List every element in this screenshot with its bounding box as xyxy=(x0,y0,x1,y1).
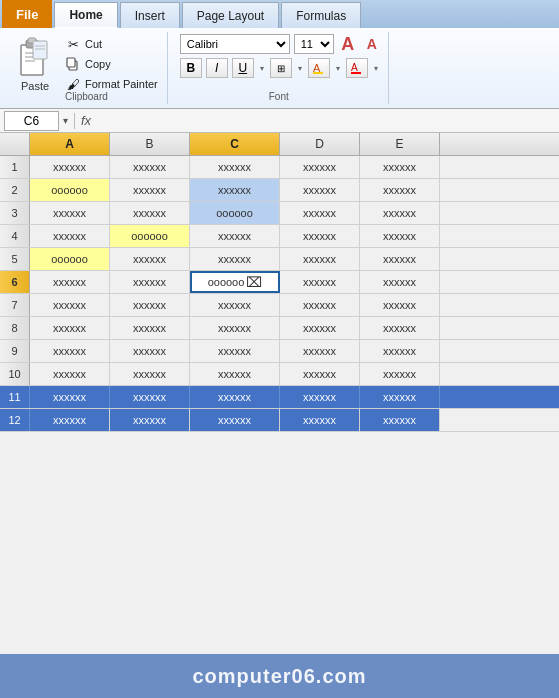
ribbon-tabs: File Home Insert Page Layout Formulas xyxy=(0,0,559,28)
cell-b3[interactable]: xxxxxx xyxy=(110,202,190,224)
cell-a7[interactable]: xxxxxx xyxy=(30,294,110,316)
grow-font-button[interactable]: A xyxy=(338,34,358,54)
cell-d4[interactable]: xxxxxx xyxy=(280,225,360,247)
cell-d2[interactable]: xxxxxx xyxy=(280,179,360,201)
cell-b7[interactable]: xxxxxx xyxy=(110,294,190,316)
cell-e11[interactable]: xxxxxx xyxy=(360,386,440,408)
col-header-c[interactable]: C xyxy=(190,133,280,155)
cell-ref-dropdown[interactable]: ▾ xyxy=(63,115,68,126)
cell-d3[interactable]: xxxxxx xyxy=(280,202,360,224)
cell-a10[interactable]: xxxxxx xyxy=(30,363,110,385)
cell-a5[interactable]: oooooo xyxy=(30,248,110,270)
col-header-d[interactable]: D xyxy=(280,133,360,155)
cell-e7[interactable]: xxxxxx xyxy=(360,294,440,316)
cell-d6[interactable]: xxxxxx xyxy=(280,271,360,293)
cell-c2[interactable]: xxxxxx xyxy=(190,179,280,201)
cell-b8[interactable]: xxxxxx xyxy=(110,317,190,339)
cell-d12[interactable]: xxxxxx xyxy=(280,409,360,431)
cell-b6[interactable]: xxxxxx xyxy=(110,271,190,293)
tab-home[interactable]: Home xyxy=(54,2,117,28)
cell-c9[interactable]: xxxxxx xyxy=(190,340,280,362)
font-size-select[interactable]: 11 xyxy=(294,34,334,54)
fill-color-button[interactable]: A xyxy=(308,58,330,78)
border-button[interactable]: ⊞ xyxy=(270,58,292,78)
cell-d9[interactable]: xxxxxx xyxy=(280,340,360,362)
cell-d1[interactable]: xxxxxx xyxy=(280,156,360,178)
underline-dropdown[interactable]: ▾ xyxy=(258,64,266,73)
border-dropdown[interactable]: ▾ xyxy=(296,64,304,73)
font-color-dropdown[interactable]: ▾ xyxy=(372,64,380,73)
cell-b11[interactable]: xxxxxx xyxy=(110,386,190,408)
cell-c12[interactable]: xxxxxx xyxy=(190,409,280,431)
bold-button[interactable]: B xyxy=(180,58,202,78)
cell-e1[interactable]: xxxxxx xyxy=(360,156,440,178)
font-group-content: Calibri 11 A A B I U ▾ ⊞ ▾ xyxy=(176,34,382,92)
cell-e4[interactable]: xxxxxx xyxy=(360,225,440,247)
tab-page-layout[interactable]: Page Layout xyxy=(182,2,279,28)
font-row-2: B I U ▾ ⊞ ▾ A ▾ A xyxy=(180,58,382,78)
cell-reference-box[interactable]: C6 xyxy=(4,111,59,131)
ribbon: File Home Insert Page Layout Formulas xyxy=(0,0,559,109)
cell-b4[interactable]: oooooo xyxy=(110,225,190,247)
cell-e12[interactable]: xxxxxx xyxy=(360,409,440,431)
tab-formulas[interactable]: Formulas xyxy=(281,2,361,28)
cell-d7[interactable]: xxxxxx xyxy=(280,294,360,316)
font-name-select[interactable]: Calibri xyxy=(180,34,290,54)
paste-icon xyxy=(16,36,54,78)
cell-e2[interactable]: xxxxxx xyxy=(360,179,440,201)
cell-b2[interactable]: xxxxxx xyxy=(110,179,190,201)
cell-c10[interactable]: xxxxxx xyxy=(190,363,280,385)
cell-e6[interactable]: xxxxxx xyxy=(360,271,440,293)
shrink-font-button[interactable]: A xyxy=(362,34,382,54)
row-header-9: 9 xyxy=(0,340,30,362)
cell-a3[interactable]: xxxxxx xyxy=(30,202,110,224)
underline-button[interactable]: U xyxy=(232,58,254,78)
cell-b10[interactable]: xxxxxx xyxy=(110,363,190,385)
col-header-b[interactable]: B xyxy=(110,133,190,155)
cell-e3[interactable]: xxxxxx xyxy=(360,202,440,224)
cell-b9[interactable]: xxxxxx xyxy=(110,340,190,362)
cell-a8[interactable]: xxxxxx xyxy=(30,317,110,339)
cell-d11[interactable]: xxxxxx xyxy=(280,386,360,408)
col-header-e[interactable]: E xyxy=(360,133,440,155)
svg-text:A: A xyxy=(351,62,358,73)
table-row: 5 oooooo xxxxxx xxxxxx xxxxxx xxxxxx xyxy=(0,248,559,271)
table-row: 4 xxxxxx oooooo xxxxxx xxxxxx xxxxxx xyxy=(0,225,559,248)
paste-button[interactable]: Paste xyxy=(12,34,58,94)
font-color-button[interactable]: A xyxy=(346,58,368,78)
copy-button[interactable]: Copy xyxy=(62,55,161,73)
cell-a1[interactable]: xxxxxx xyxy=(30,156,110,178)
fill-dropdown[interactable]: ▾ xyxy=(334,64,342,73)
cell-e5[interactable]: xxxxxx xyxy=(360,248,440,270)
row-header-6: 6 xyxy=(0,271,30,293)
cell-b5[interactable]: xxxxxx xyxy=(110,248,190,270)
cell-c1[interactable]: xxxxxx xyxy=(190,156,280,178)
cell-a9[interactable]: xxxxxx xyxy=(30,340,110,362)
cell-c5[interactable]: xxxxxx xyxy=(190,248,280,270)
cell-d5[interactable]: xxxxxx xyxy=(280,248,360,270)
cell-d8[interactable]: xxxxxx xyxy=(280,317,360,339)
cell-a4[interactable]: xxxxxx xyxy=(30,225,110,247)
italic-button[interactable]: I xyxy=(206,58,228,78)
cell-b12[interactable]: xxxxxx xyxy=(110,409,190,431)
cell-b1[interactable]: xxxxxx xyxy=(110,156,190,178)
cell-a11[interactable]: xxxxxx xyxy=(30,386,110,408)
cell-c11[interactable]: xxxxxx xyxy=(190,386,280,408)
cell-e10[interactable]: xxxxxx xyxy=(360,363,440,385)
tab-insert[interactable]: Insert xyxy=(120,2,180,28)
col-header-a[interactable]: A xyxy=(30,133,110,155)
cell-e8[interactable]: xxxxxx xyxy=(360,317,440,339)
cell-c4[interactable]: xxxxxx xyxy=(190,225,280,247)
cell-a6[interactable]: xxxxxx xyxy=(30,271,110,293)
svg-rect-12 xyxy=(313,72,323,74)
cell-c7[interactable]: xxxxxx xyxy=(190,294,280,316)
cell-e9[interactable]: xxxxxx xyxy=(360,340,440,362)
cell-c3[interactable]: oooooo xyxy=(190,202,280,224)
cell-c6[interactable]: oooooo ⌧ xyxy=(190,271,280,293)
tab-file[interactable]: File xyxy=(2,0,52,28)
cut-button[interactable]: ✂ Cut xyxy=(62,35,161,53)
cell-d10[interactable]: xxxxxx xyxy=(280,363,360,385)
cell-a2[interactable]: oooooo xyxy=(30,179,110,201)
cell-c8[interactable]: xxxxxx xyxy=(190,317,280,339)
cell-a12[interactable]: xxxxxx xyxy=(30,409,110,431)
